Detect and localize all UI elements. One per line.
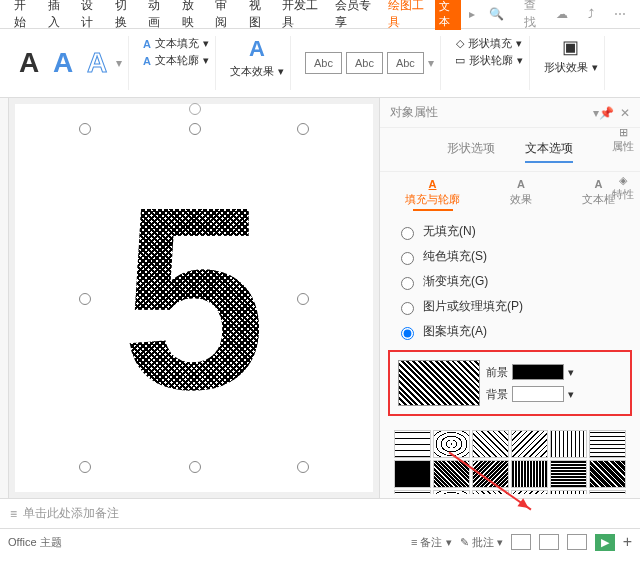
shape-style-2[interactable]: Abc [346,52,383,74]
vertical-tabs: ⊞属性 ◈特性 [606,120,640,208]
add-slide-button[interactable]: + [623,533,632,551]
cloud-icon[interactable]: ☁ [550,3,574,25]
text-effect-icon: A [249,36,265,62]
slide-canvas[interactable]: 5 [15,104,373,492]
more-tabs-icon[interactable]: ▸ [463,3,481,25]
pattern-cell[interactable] [589,490,626,494]
opt-no-fill[interactable]: 无填充(N) [396,223,624,240]
tab-view[interactable]: 视图 [243,0,275,35]
pattern-cell[interactable] [589,430,626,458]
subtab-fill[interactable]: A 填充与轮廓 [405,178,460,211]
pattern-cell[interactable] [589,460,626,488]
handle-bl[interactable] [79,461,91,473]
pattern-cell[interactable] [511,430,548,458]
ribbon-tabs: 开始 插入 设计 切换 动画 放映 审阅 视图 开发工具 会员专享 绘图工具 文… [0,0,640,29]
pattern-cell[interactable] [550,460,587,488]
shape-style-1[interactable]: Abc [305,52,342,74]
pattern-cell[interactable] [550,490,587,494]
handle-l[interactable] [79,293,91,305]
opt-pattern-fill[interactable]: 图案填充(A) [396,323,624,340]
opt-picture-fill[interactable]: 图片或纹理填充(P) [396,298,624,315]
pattern-grid [388,424,632,494]
pattern-cell[interactable] [433,490,470,494]
pattern-preview[interactable] [398,360,480,406]
pattern-cell[interactable] [472,490,509,494]
foreground-color[interactable]: 前景▾ [486,364,574,380]
shape-style-3[interactable]: Abc [387,52,424,74]
wordart-more-icon[interactable]: ▾ [116,56,122,70]
wordart-style-1[interactable]: A [14,47,44,79]
pattern-cell[interactable] [433,430,470,458]
pattern-cell[interactable] [511,490,548,494]
pattern-cell[interactable] [472,430,509,458]
tab-slideshow[interactable]: 放映 [176,0,208,35]
properties-panel: 对象属性 ▾ 📌 ✕ 形状选项 文本选项 A 填充与轮廓 A 效果 A 文本框 [379,98,640,498]
close-icon[interactable]: ✕ [620,106,630,120]
more-icon[interactable]: ⋯ [608,3,632,25]
tab-insert[interactable]: 插入 [42,0,74,35]
pattern-cell[interactable] [394,430,431,458]
pattern-preview-section: 前景▾ 背景▾ [388,350,632,416]
pattern-cell[interactable] [472,460,509,488]
wordart-style-2[interactable]: A [48,47,78,79]
pattern-cell[interactable] [394,460,431,488]
search-icon[interactable]: 🔍 [483,3,510,25]
handle-r[interactable] [297,293,309,305]
shape-effect-icon: ▣ [562,36,579,58]
sb-review[interactable]: ✎ 批注 ▾ [460,535,503,550]
tab-text-badge[interactable]: 文本 [435,0,461,30]
shape-effect-button[interactable]: 形状效果▾ [544,60,598,75]
pin-icon[interactable]: 📌 [599,106,614,120]
search-input[interactable]: 查找 [518,0,542,35]
handle-br[interactable] [297,461,309,473]
pattern-cell[interactable] [511,460,548,488]
tab-text-options[interactable]: 文本选项 [525,136,573,163]
text-effect-button[interactable]: 文本效果▾ [230,64,284,79]
view-reading-icon[interactable] [567,534,587,550]
ribbon: A A A ▾ A文本填充▾ A文本轮廓▾ A 文本效果▾ Abc Abc Ab… [0,29,640,98]
shape-style-more-icon[interactable]: ▾ [428,56,434,70]
opt-gradient-fill[interactable]: 渐变填充(G) [396,273,624,290]
selected-textbox[interactable]: 5 [84,128,304,468]
tab-drawing[interactable]: 绘图工具 [382,0,433,35]
notes-placeholder: 单击此处添加备注 [23,505,119,522]
view-sorter-icon[interactable] [539,534,559,550]
slideshow-button[interactable]: ▶ [595,534,615,551]
text-fill-button[interactable]: A文本填充▾ [143,36,209,51]
pattern-cell[interactable] [433,460,470,488]
tab-shape-options[interactable]: 形状选项 [447,136,495,163]
background-color[interactable]: 背景▾ [486,386,574,402]
shape-fill-button[interactable]: ◇形状填充▾ [456,36,522,51]
notes-pane[interactable]: ≡ 单击此处添加备注 [0,498,640,528]
shape-outline-button[interactable]: ▭形状轮廓▾ [455,53,523,68]
handle-b[interactable] [189,461,201,473]
tab-transition[interactable]: 切换 [109,0,141,35]
text-outline-button[interactable]: A文本轮廓▾ [143,53,209,68]
theme-label: Office 主题 [8,535,62,550]
tab-dev[interactable]: 开发工具 [276,0,327,35]
panel-title: 对象属性 [390,104,593,121]
sb-comment[interactable]: ≡ 备注 ▾ [411,535,452,550]
handle-tr[interactable] [297,123,309,135]
status-bar: Office 主题 ≡ 备注 ▾ ✎ 批注 ▾ ▶ + [0,528,640,555]
handle-tl[interactable] [79,123,91,135]
wordart-style-3[interactable]: A [82,47,112,79]
tab-start[interactable]: 开始 [8,0,40,35]
vtab-properties[interactable]: ⊞属性 [612,126,634,154]
pattern-cell[interactable] [550,430,587,458]
slide-thumbnails[interactable] [0,98,9,498]
view-normal-icon[interactable] [511,534,531,550]
notes-icon: ≡ [10,507,17,521]
tab-vip[interactable]: 会员专享 [329,0,380,35]
slide-text-content: 5 [122,168,267,428]
opt-solid-fill[interactable]: 纯色填充(S) [396,248,624,265]
tab-design[interactable]: 设计 [75,0,107,35]
pattern-cell[interactable] [394,490,431,494]
tab-review[interactable]: 审阅 [209,0,241,35]
subtab-effect[interactable]: A 效果 [510,178,532,211]
tab-animation[interactable]: 动画 [142,0,174,35]
vtab-special[interactable]: ◈特性 [612,174,634,202]
handle-t[interactable] [189,123,201,135]
share-icon[interactable]: ⤴ [582,3,600,25]
rotate-handle[interactable] [189,103,201,115]
